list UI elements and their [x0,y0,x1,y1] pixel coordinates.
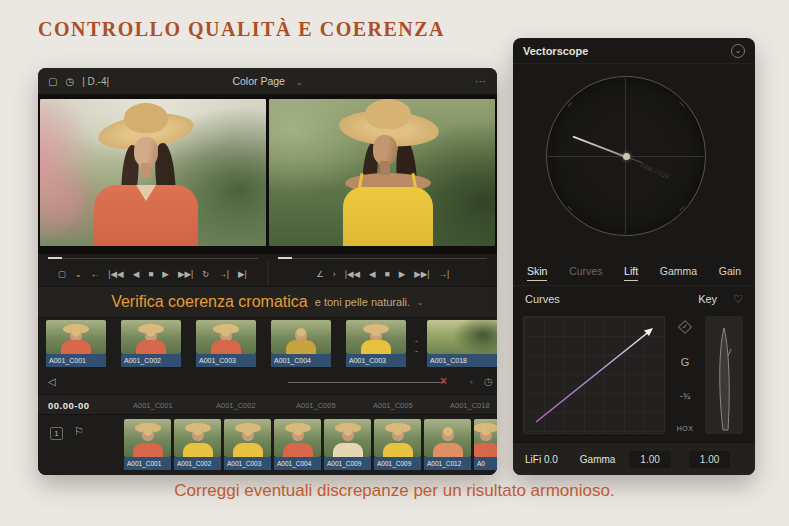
clip-thumbnail[interactable]: A001_C002 [121,320,181,367]
page-selector[interactable]: Color Page ⌄ [38,75,497,87]
clip-thumbnail[interactable]: A001_C003 [196,320,256,367]
clip-preview [324,419,371,457]
collapse-chevron-icon[interactable]: ⌄ [731,44,745,58]
tab-gamma[interactable]: Gamma [660,265,697,280]
clip-strip-bottom: 1 ⚐ A001_C001 A001_C002 A001_C003 A001_C [38,414,497,475]
playhead-marker[interactable]: × [440,374,447,388]
progress-track-right[interactable] [278,258,488,259]
heart-icon[interactable]: ♡ [733,293,743,306]
clip-label: A001_C003 [346,354,406,367]
clip-thumbnail[interactable]: A001_C012 [424,419,471,470]
step-back-icon[interactable]: ◀ [133,269,140,279]
clip-thumbnail[interactable]: A001_C002 [174,419,221,470]
zoom-slider[interactable] [288,382,444,383]
stop-icon[interactable]: ■ [148,269,153,279]
tab-skin[interactable]: Skin [527,265,547,281]
clip-label: A0 [474,457,497,470]
clip-preview [271,320,331,354]
first-frame-icon[interactable]: |◀◀ [108,269,123,279]
stop-icon[interactable]: ■ [385,269,390,279]
audio-icon[interactable]: ◁ [48,376,56,387]
clip-label: A001_C003 [196,354,256,367]
page-selector-label: Color Page [232,75,285,87]
histogram-panel [705,316,743,434]
hox-tool[interactable]: HOX [677,425,694,432]
loop-icon[interactable]: ↻ [202,269,209,279]
clip-thumbnail[interactable]: A001_C003 [224,419,271,470]
clip-thumbnail[interactable]: A001_C018 [427,320,497,367]
g-tool[interactable]: G [681,356,690,368]
clip-thumbnail[interactable]: A001_C004 [274,419,321,470]
clip-thumbnail[interactable]: A0 [474,419,497,470]
chevron-down-icon: ⌄ [417,298,424,307]
histogram-curve [707,322,741,434]
clip-label: A001_C003 [224,457,271,470]
page-title: CONTROLLO QUALITÀ E COERENZA [38,18,445,41]
clip-label: A001_C009 [324,457,371,470]
vectorscope-center-dot [623,153,630,160]
check-diamond-icon[interactable]: ✓ [678,320,692,334]
clip-preview [124,419,171,457]
gain-value-field[interactable]: 1.00 [689,451,730,468]
goto-end-icon[interactable]: →| [439,269,450,279]
scopes-footer: LiFi 0.0 Gamma 1.00 1.00 [513,442,755,475]
top-yellow [343,187,433,246]
clip-thumbnail[interactable]: A001_C004 [271,320,331,367]
tab-gain[interactable]: Gain [719,265,741,280]
clip-icon[interactable]: ▢ [58,269,66,279]
flag-icon[interactable]: ⚐ [74,425,84,438]
track-number[interactable]: 1 [50,427,63,440]
gamma-label: Gamma [580,454,616,465]
goto-in-icon[interactable]: →| [218,269,229,279]
tab-lift[interactable]: Lift [624,265,638,281]
clip-thumbnail[interactable]: A001_C003 [346,320,406,367]
curves-title: Curves [525,293,560,305]
scopes-header: Vectorscope ⌄ [513,38,755,64]
curves-header: Curves Key ♡ [513,286,755,312]
clip-preview [196,320,256,354]
clip-preview [374,419,421,457]
transport-right: ∠ › |◀◀ ◀ ■ ▶ ▶▶| →| [267,262,498,286]
angle-icon[interactable]: ∠ [316,269,324,279]
play-icon[interactable]: ▶ [162,269,169,279]
clock-icon[interactable]: ◷ [484,376,493,387]
chevron-down-icon[interactable]: ⌄ [75,269,82,279]
clip-preview [46,320,106,354]
clip-label: A001_C009 [374,457,421,470]
note-primary-text: Verifica coerenza cromatica [111,293,308,311]
lift-value[interactable]: LiFi 0.0 [525,454,558,465]
progress-track-left[interactable] [48,258,258,259]
clip-preview [474,419,497,457]
first-frame-icon[interactable]: |◀◀ [345,269,360,279]
transport-left: ▢ ⌄ ← |◀◀ ◀ ■ ▶ ▶▶| ↻ →| ▶| [38,262,267,286]
play-icon[interactable]: ▶ [399,269,406,279]
transport-controls: ▢ ⌄ ← |◀◀ ◀ ■ ▶ ▶▶| ↻ →| ▶| ∠ › |◀◀ ◀ ■ … [38,262,497,286]
tab-curves[interactable]: Curves [569,265,602,280]
clip-preview [174,419,221,457]
chevron-left-icon[interactable]: ‹ [470,377,473,387]
back-arrow-icon[interactable]: ← [91,269,100,279]
clip-thumbnail[interactable]: A001_C009 [324,419,371,470]
gamma-value-field[interactable]: 1.00 [629,451,670,468]
clip-thumbnail[interactable]: A001_C009 [374,419,421,470]
expand-icon[interactable]: › [333,269,336,279]
step-back-icon[interactable]: ◀ [369,269,376,279]
clip-thumbnail[interactable]: A001_C001 [124,419,171,470]
fraction-tool[interactable]: -¾ [680,391,691,401]
clip-preview [424,419,471,457]
curve-graph[interactable] [523,316,665,434]
curve-line [524,317,664,433]
clip-preview [121,320,181,354]
hat-crown [365,99,411,129]
scopes-title: Vectorscope [523,45,588,57]
note-banner: Verifica coerenza cromatica e toni pelle… [38,286,497,318]
clip-strip-top: A001_C001 A001_C002 A001_C003 A001_C004 … [38,318,497,372]
more-icon[interactable]: ⋯ [475,75,487,88]
goto-out-icon[interactable]: ▶| [238,269,247,279]
clip-thumbnail[interactable]: A001_C001 [46,320,106,367]
last-frame-icon[interactable]: ▶▶| [414,269,429,279]
timeline-clip-label: A001_C018 [450,401,490,410]
key-label[interactable]: Key [698,293,717,305]
editor-window: ▢ ◷ | D.-4| Color Page ⌄ ⋯ [38,68,497,475]
last-frame-icon[interactable]: ▶▶| [178,269,193,279]
